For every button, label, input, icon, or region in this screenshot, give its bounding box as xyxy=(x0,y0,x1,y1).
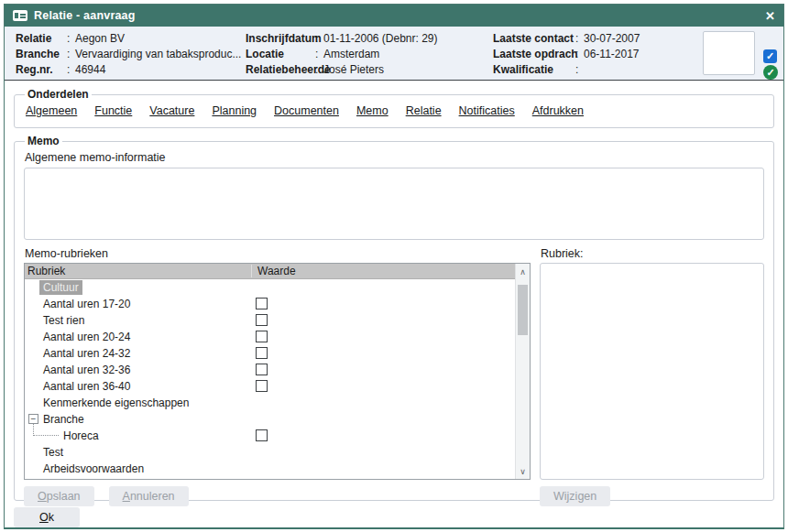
waarde-checkbox[interactable] xyxy=(256,364,268,375)
header-field: Branche:Vervaardiging van tabaksproduc..… xyxy=(16,48,241,61)
scroll-up-icon[interactable]: ∧ xyxy=(516,265,530,278)
rubriek-cell[interactable]: Test rien xyxy=(25,314,84,327)
table-row[interactable]: Cultuur xyxy=(25,279,530,296)
header-field: Laatste opdrach:06-11-2017 xyxy=(493,48,640,61)
rubriek-cell[interactable]: Aantal uren 17-20 xyxy=(25,298,130,310)
table-row[interactable]: Horeca xyxy=(25,428,530,444)
window-title: Relatie - aanvraag xyxy=(34,9,136,22)
field-colon: : xyxy=(575,63,584,77)
field-value: Aegon BV xyxy=(75,32,125,46)
header-column: Relatie:Aegon BVBranche:Vervaardiging va… xyxy=(16,32,241,77)
memo-rubrieken-label: Memo-rubrieken xyxy=(25,247,531,260)
opslaan-button[interactable]: Opslaan xyxy=(24,486,94,506)
contact-card-icon xyxy=(13,10,27,21)
tree-collapse-icon[interactable]: − xyxy=(28,414,38,424)
field-value: Vervaardiging van tabaksproduc... xyxy=(75,48,241,61)
selected-checkbox-icon[interactable]: ✓ xyxy=(763,49,777,63)
field-label: Relatiebeheerde xyxy=(246,63,315,77)
rubriek-cell[interactable]: Cultuur xyxy=(39,280,82,295)
waarde-checkbox[interactable] xyxy=(256,314,268,326)
tree-connector-line xyxy=(33,424,59,436)
tab-documenten[interactable]: Documenten xyxy=(274,104,339,117)
tab-planning[interactable]: Planning xyxy=(212,104,257,117)
table-row[interactable]: Aantal uren 32-36 xyxy=(25,362,530,378)
tab-memo[interactable]: Memo xyxy=(356,104,389,117)
column-header-waarde[interactable]: Waarde xyxy=(251,265,530,277)
header-field: Reg.nr.:46944 xyxy=(16,63,241,77)
rubrieken-table: Rubriek Waarde CultuurAantal uren 17-20T… xyxy=(24,263,531,480)
rubriek-cell[interactable]: Aantal uren 24-32 xyxy=(25,347,130,360)
column-header-rubriek[interactable]: Rubriek xyxy=(25,265,251,277)
table-row[interactable]: −Branche xyxy=(25,411,530,428)
field-colon: : xyxy=(575,48,584,61)
waarde-checkbox[interactable] xyxy=(256,380,268,392)
photo-placeholder xyxy=(703,31,755,75)
field-colon: : xyxy=(315,32,323,46)
memo-info-label: Algemene memo-informatie xyxy=(25,151,764,164)
scroll-down-icon[interactable]: ∨ xyxy=(516,464,530,478)
dialog-window: Relatie - aanvraag ✕ Relatie:Aegon BVBra… xyxy=(4,4,784,529)
field-value: Amsterdam xyxy=(323,48,379,61)
field-value: José Pieters xyxy=(323,63,384,77)
memo-legend: Memo xyxy=(25,135,62,147)
field-label: Branche xyxy=(16,48,67,61)
table-header: Rubriek Waarde xyxy=(25,264,530,279)
header-column: Inschrijfdatum:01-11-2006 (Debnr: 29)Loc… xyxy=(246,32,438,77)
field-colon: : xyxy=(67,32,75,46)
rubriek-cell[interactable]: Aantal uren 32-36 xyxy=(25,364,130,376)
ok-button[interactable]: Ok xyxy=(14,507,80,527)
rubriek-cell[interactable]: Test xyxy=(25,446,63,459)
table-row[interactable]: Arbeidsvoorwaarden xyxy=(25,461,530,477)
rubriek-cell[interactable]: Kenmerkende eigenschappen xyxy=(25,396,189,409)
vertical-scrollbar[interactable]: ∧ ∨ xyxy=(515,264,530,479)
field-label: Reg.nr. xyxy=(16,63,67,77)
field-colon: : xyxy=(575,32,584,46)
table-row[interactable]: Test xyxy=(25,444,530,461)
waarde-checkbox[interactable] xyxy=(256,298,268,309)
tab-bar: AlgemeenFunctieVacaturePlanningDocumente… xyxy=(24,102,764,121)
tab-afdrukken[interactable]: Afdrukken xyxy=(532,104,584,117)
table-row[interactable]: Aantal uren 24-32 xyxy=(25,345,530,362)
field-colon: : xyxy=(67,48,75,61)
wijzigen-button[interactable]: Wijzigen xyxy=(540,486,610,506)
tab-relatie[interactable]: Relatie xyxy=(406,104,442,117)
rubriek-cell[interactable]: Aantal uren 20-24 xyxy=(25,331,130,343)
field-label: Kwalificatie xyxy=(493,63,575,77)
waarde-checkbox[interactable] xyxy=(256,331,268,342)
rubriek-cell[interactable]: Arbeidsvoorwaarden xyxy=(25,462,144,475)
onderdelen-legend: Onderdelen xyxy=(25,88,92,101)
table-row[interactable]: Aantal uren 17-20 xyxy=(25,296,530,312)
table-row[interactable]: Kenmerkende eigenschappen xyxy=(25,395,530,411)
header-field: Locatie:Amsterdam xyxy=(246,48,438,61)
field-label: Relatie xyxy=(16,32,67,46)
table-row[interactable]: Test rien xyxy=(25,312,530,329)
header-field: Inschrijfdatum:01-11-2006 (Debnr: 29) xyxy=(246,32,438,46)
tab-vacature[interactable]: Vacature xyxy=(149,104,194,117)
field-colon: : xyxy=(315,48,323,61)
field-value: 46944 xyxy=(75,63,105,77)
tab-algemeen[interactable]: Algemeen xyxy=(26,104,77,117)
header-field: Relatie:Aegon BV xyxy=(16,32,241,46)
field-label: Laatste contact xyxy=(493,32,575,46)
header-field: Kwalificatie: xyxy=(493,63,640,77)
field-value: 06-11-2017 xyxy=(584,48,640,61)
field-colon: : xyxy=(315,63,323,77)
waarde-checkbox[interactable] xyxy=(256,429,268,441)
scrollbar-thumb[interactable] xyxy=(518,285,528,335)
header-column: Laatste contact:30-07-2007Laatste opdrac… xyxy=(493,32,640,77)
rubriek-cell[interactable]: Aantal uren 36-40 xyxy=(25,380,130,393)
table-row[interactable]: Aantal uren 20-24 xyxy=(25,329,530,345)
title-bar: Relatie - aanvraag ✕ xyxy=(5,5,783,27)
rubriek-textarea[interactable] xyxy=(540,263,764,480)
annuleren-button[interactable]: Annuleren xyxy=(109,486,189,506)
close-icon[interactable]: ✕ xyxy=(765,10,775,22)
memo-textarea[interactable] xyxy=(24,168,764,240)
waarde-checkbox[interactable] xyxy=(256,347,268,359)
status-ok-icon: ✓ xyxy=(763,65,778,80)
memo-group: Memo Algemene memo-informatie Memo-rubri… xyxy=(14,135,774,501)
field-colon: : xyxy=(67,63,75,77)
table-row[interactable]: Aantal uren 36-40 xyxy=(25,378,530,395)
field-label: Locatie xyxy=(246,48,315,61)
tab-functie[interactable]: Functie xyxy=(94,104,132,117)
tab-notificaties[interactable]: Notificaties xyxy=(459,104,515,117)
